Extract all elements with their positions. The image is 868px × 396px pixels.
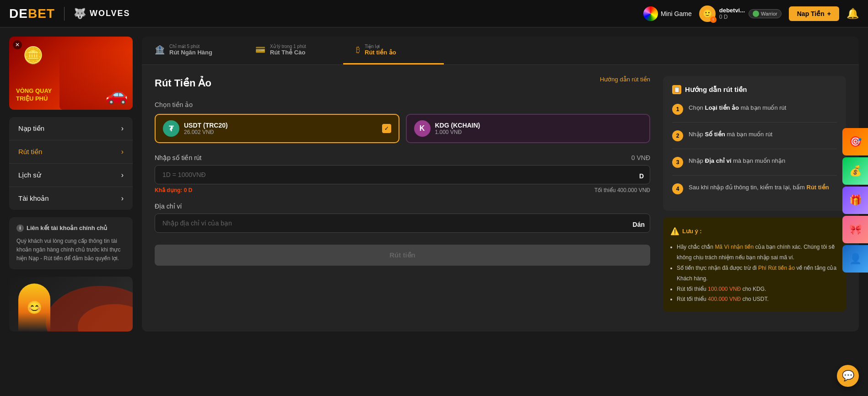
- customer-service-image: 😊: [9, 277, 133, 332]
- guide-box: 📋 Hướng dẫn rút tiền 1 Chọn Loại tiền ảo…: [663, 76, 846, 211]
- mini-game-button[interactable]: Mini Game: [643, 6, 692, 21]
- header: DEBET 🐺 WOLVES Mini Game 🙂 ! debetvi... …: [0, 0, 868, 27]
- paste-button[interactable]: Dán: [633, 221, 645, 228]
- step-4-num: 4: [672, 183, 683, 194]
- chat-button[interactable]: 💬: [837, 365, 859, 387]
- dai-ly-icon: 👤: [842, 245, 868, 273]
- guide-title-icon: 📋: [672, 85, 681, 94]
- note-list: Hãy chắc chắn Mã Ví nhận tiền của bạn ch…: [670, 242, 839, 305]
- wolves-label: WOLVES: [90, 9, 130, 18]
- nap-tien-button[interactable]: Nap Tiền +: [789, 6, 839, 21]
- float-lucky-money[interactable]: 💰: [842, 157, 868, 185]
- form-title-row: Rút Tiền Ảo Hướng dẫn rút tiền: [155, 76, 650, 92]
- minimum-label: Tối thiểu 400.000 VNĐ: [594, 187, 650, 193]
- sidebar-item-lich-su[interactable]: Lịch sử ›: [9, 164, 133, 187]
- promo-close-button[interactable]: ✕: [13, 40, 22, 49]
- right-panel: 🏦 Chỉ mất 5 phút Rút Ngân Hàng 💳 Xử lý t…: [142, 37, 859, 332]
- wolves-icon: 🐺: [74, 8, 87, 20]
- available-text: Khả dụng:: [155, 187, 182, 193]
- availability-row: Khả dụng: 0 D Tối thiểu 400.000 VNĐ: [155, 187, 650, 193]
- warrior-icon: [753, 11, 759, 17]
- crypto-options: ₮ USDT (TRC20) 26.002 VNĐ ✓ K KDG (KCHAI…: [155, 114, 650, 143]
- guide-step-2: 2 Nhập Số tiền mà bạn muốn rút: [672, 130, 837, 149]
- promo-line2: TRIỆU PHÚ: [16, 95, 48, 102]
- step-2-num: 2: [672, 130, 683, 141]
- note-item-4: Rút tối thiểu 400.000 VNĐ cho USDT.: [677, 294, 839, 305]
- promo-line1: VÒNG QUAY: [16, 87, 52, 94]
- sidebar-item-nap-tien[interactable]: Nạp tiền ›: [9, 117, 133, 140]
- header-right: Mini Game 🙂 ! debetvi... 0 D Warrior Nap…: [643, 5, 859, 22]
- note-icon: ⚠️: [670, 225, 679, 238]
- tab-rut-ngan-hang-subtitle: Chỉ mất 5 phút: [169, 44, 212, 49]
- sidebar-item-tai-khoan[interactable]: Tài khoản ›: [9, 187, 133, 210]
- step-3-num: 3: [672, 157, 683, 168]
- sidebar-rut-tien-label: Rút tiền: [18, 148, 42, 156]
- sidebar-lich-su-label: Lịch sử: [18, 171, 41, 179]
- user-name: debetvi...: [719, 7, 745, 14]
- float-gift-code[interactable]: 🎀: [842, 216, 868, 243]
- float-dai-ly[interactable]: 👤: [842, 245, 868, 273]
- usdt-icon: ₮: [163, 120, 179, 137]
- nap-tien-plus-icon: +: [827, 10, 831, 17]
- right-floats: 🎯 💰 🎁 🎀 👤: [842, 128, 868, 273]
- card-icon: 💳: [255, 45, 265, 55]
- step-3-text: Nhập Địa chỉ ví mà bạn muốn nhận: [689, 156, 785, 166]
- tab-rut-the-cao-subtitle: Xử lý trong 1 phút: [270, 44, 306, 49]
- tab-rut-tien-ao[interactable]: ₿ Tiện lợi Rút tiền ảo: [343, 37, 444, 64]
- tab-rut-ngan-hang[interactable]: 🏦 Chỉ mất 5 phút Rút Ngân Hàng: [142, 37, 243, 64]
- step-3-bold: Địa chỉ ví: [705, 157, 731, 164]
- tab-rut-the-cao-content: Xử lý trong 1 phút Rút Thẻ Cào: [270, 44, 306, 56]
- guide-box-title-text: Hướng dẫn rút tiền: [685, 86, 747, 94]
- step-1-bold: Loại tiền ảo: [705, 104, 739, 111]
- kdg-icon: K: [414, 120, 431, 137]
- tab-rut-tien-ao-subtitle: Tiện lợi: [365, 44, 396, 49]
- account-link-box: i Liên kết tài khoản chính chủ Quý khách…: [9, 217, 133, 269]
- guide-link[interactable]: Hướng dẫn rút tiền: [600, 76, 650, 83]
- float-su-kien[interactable]: 🎯: [842, 128, 868, 155]
- lich-su-arrow-icon: ›: [121, 171, 124, 179]
- guide-step-1: 1 Chọn Loại tiền ảo mà bạn muốn rút: [672, 103, 837, 123]
- user-info: 🙂 ! debetvi... 0 D Warrior: [699, 5, 782, 22]
- note-item-2: Số tiền thực nhận đã được trừ đi Phí Rút…: [677, 263, 839, 284]
- user-balance: 0 D: [719, 14, 745, 20]
- account-link-title: i Liên kết tài khoản chính chủ: [16, 224, 125, 233]
- address-input[interactable]: [155, 214, 650, 233]
- tab-rut-the-cao[interactable]: 💳 Xử lý trong 1 phút Rút Thẻ Cào: [243, 37, 343, 64]
- warrior-badge: Warrior: [749, 9, 782, 18]
- tab-rut-ngan-hang-content: Chỉ mất 5 phút Rút Ngân Hàng: [169, 44, 212, 56]
- lucky-money-icon: 💰: [842, 157, 868, 185]
- logo-de: DE: [9, 6, 28, 21]
- form-area: Rút Tiền Ảo Hướng dẫn rút tiền Chọn tiền…: [142, 65, 859, 323]
- rut-tien-arrow-icon: ›: [121, 148, 124, 156]
- crypto-option-kdg[interactable]: K KDG (KCHAIN) 1.000 VNĐ: [406, 114, 651, 143]
- amount-input[interactable]: [155, 165, 650, 184]
- kdg-info: KDG (KCHAIN) 1.000 VNĐ: [435, 122, 480, 135]
- sidebar-promo[interactable]: ✕ 🚗 🪙 VÒNG QUAY TRIỆU PHÚ: [9, 37, 133, 110]
- submit-button[interactable]: Rút tiền: [155, 245, 650, 266]
- sidebar-tai-khoan-label: Tài khoản: [18, 194, 49, 203]
- account-link-title-text: Liên kết tài khoản chính chủ: [27, 224, 107, 233]
- tabs-bar: 🏦 Chỉ mất 5 phút Rút Ngân Hàng 💳 Xử lý t…: [142, 37, 859, 65]
- step-2-text: Nhập Số tiền mà bạn muốn rút: [689, 130, 772, 139]
- su-kien-icon: 🎯: [842, 128, 868, 155]
- promo-text: VÒNG QUAY TRIỆU PHÚ: [16, 87, 52, 103]
- tab-rut-tien-ao-content: Tiện lợi Rút tiền ảo: [365, 44, 396, 56]
- note-title: ⚠️ Lưu ý :: [670, 225, 839, 238]
- account-link-body: Quý khách vui lòng cung cấp thông tin tà…: [16, 237, 125, 263]
- doi-thuong-icon: 🎁: [842, 187, 868, 214]
- guide-panel: 📋 Hướng dẫn rút tiền 1 Chọn Loại tiền ảo…: [663, 76, 846, 312]
- crypto-option-usdt[interactable]: ₮ USDT (TRC20) 26.002 VNĐ ✓: [155, 114, 399, 143]
- kdg-name: KDG (KCHAIN): [435, 122, 480, 129]
- note-item-1: Hãy chắc chắn Mã Ví nhận tiền của bạn ch…: [677, 242, 839, 263]
- usdt-name: USDT (TRC20): [184, 122, 228, 129]
- sidebar-item-rut-tien[interactable]: Rút tiền ›: [9, 140, 133, 164]
- sidebar: ✕ 🚗 🪙 VÒNG QUAY TRIỆU PHÚ Nạp tiền › Rút…: [9, 37, 133, 332]
- bell-icon[interactable]: 🔔: [846, 8, 859, 20]
- usdt-selected-check: ✓: [382, 124, 391, 133]
- bank-icon: 🏦: [155, 45, 165, 55]
- amount-input-wrapper: D: [155, 165, 650, 187]
- amount-label: Nhập số tiền rút: [155, 154, 201, 161]
- float-doi-thuong[interactable]: 🎁: [842, 187, 868, 214]
- nap-tien-arrow-icon: ›: [121, 124, 124, 133]
- user-details: debetvi... 0 D: [719, 7, 745, 20]
